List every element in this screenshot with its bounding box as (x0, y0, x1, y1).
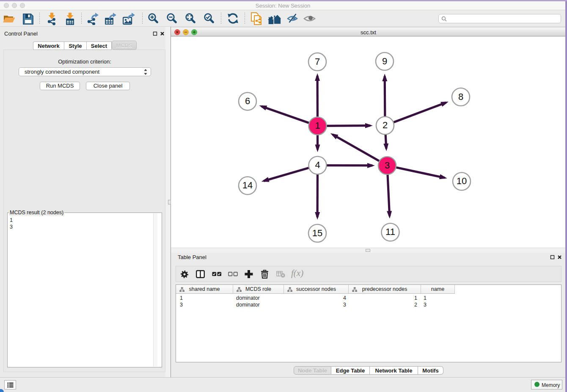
svg-text:1: 1 (315, 120, 320, 131)
svg-text:11: 11 (385, 226, 395, 237)
svg-text:7: 7 (315, 56, 320, 67)
svg-text:2: 2 (383, 120, 388, 130)
svg-text:14: 14 (242, 180, 253, 190)
svg-text:10: 10 (457, 176, 467, 186)
svg-text:8: 8 (458, 91, 463, 102)
svg-text:15: 15 (312, 228, 322, 238)
svg-text:3: 3 (385, 160, 390, 171)
svg-text:4: 4 (315, 160, 320, 170)
svg-text:9: 9 (382, 56, 387, 66)
svg-text:6: 6 (245, 96, 250, 106)
